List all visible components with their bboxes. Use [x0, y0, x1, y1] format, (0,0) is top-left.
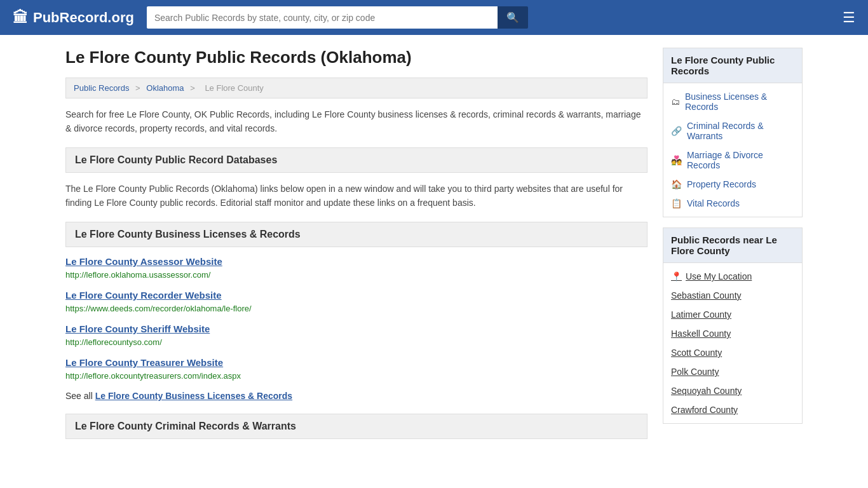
- assessor-url-link[interactable]: http://leflore.oklahoma.usassessor.com/: [65, 270, 210, 280]
- record-link-recorder: Le Flore County Recorder Website: [65, 290, 648, 301]
- assessor-title-link[interactable]: Le Flore County Assessor Website: [65, 256, 222, 267]
- page-title: Le Flore County Public Records (Oklahoma…: [65, 48, 648, 67]
- sidebar-item-latimer[interactable]: Latimer County: [663, 305, 802, 324]
- logo-icon: 🏛: [13, 9, 28, 27]
- sidebar-item-vital-label: Vital Records: [687, 198, 740, 208]
- sheriff-title-link[interactable]: Le Flore County Sheriff Website: [65, 323, 210, 334]
- record-url-sheriff: http://leflorecountyso.com/: [65, 337, 648, 347]
- record-entry-sheriff: Le Flore County Sheriff Website http://l…: [65, 323, 648, 347]
- page-description: Search for free Le Flore County, OK Publ…: [65, 107, 648, 136]
- sidebar-item-business-label: Business Licenses & Records: [685, 92, 794, 112]
- record-entry-recorder: Le Flore County Recorder Website https:/…: [65, 290, 648, 313]
- breadcrumb: Public Records > Oklahoma > Le Flore Cou…: [65, 78, 648, 98]
- record-url-assessor: http://leflore.oklahoma.usassessor.com/: [65, 269, 648, 280]
- record-url-recorder: https://www.deeds.com/recorder/oklahoma/…: [65, 303, 648, 313]
- breadcrumb-oklahoma[interactable]: Oklahoma: [146, 83, 184, 93]
- breadcrumb-public-records[interactable]: Public Records: [74, 83, 129, 93]
- site-header: 🏛 PubRecord.org 🔍 ☰: [0, 0, 868, 35]
- sidebar-item-vital[interactable]: 📋 Vital Records: [663, 194, 802, 213]
- sidebar-item-marriage[interactable]: 💑 Marriage & Divorce Records: [663, 146, 802, 175]
- record-entry-assessor: Le Flore County Assessor Website http://…: [65, 256, 648, 280]
- databases-section-header: Le Flore County Public Record Databases: [65, 147, 648, 173]
- record-link-assessor: Le Flore County Assessor Website: [65, 256, 648, 267]
- briefcase-icon: 🗂: [671, 97, 680, 107]
- sidebar-item-property-label: Property Records: [687, 179, 756, 189]
- main-container: Le Flore County Public Records (Oklahoma…: [53, 35, 815, 461]
- record-url-treasurer: http://leflore.okcountytreasurers.com/in…: [65, 370, 648, 381]
- sidebar-public-records-body: 🗂 Business Licenses & Records 🔗 Criminal…: [663, 83, 802, 217]
- clipboard-icon: 📋: [671, 198, 682, 208]
- link-icon: 🔗: [671, 126, 682, 136]
- sidebar-item-sequoyah[interactable]: Sequoyah County: [663, 381, 802, 400]
- sidebar-nearby-header: Public Records near Le Flore County: [663, 228, 802, 263]
- sidebar-nearby-box: Public Records near Le Flore County 📍 Us…: [663, 227, 803, 424]
- location-pin-icon: 📍: [671, 271, 682, 281]
- record-link-sheriff: Le Flore County Sheriff Website: [65, 323, 648, 334]
- breadcrumb-sep-1: >: [135, 83, 142, 93]
- search-input[interactable]: [147, 6, 498, 29]
- sheriff-url-link[interactable]: http://leflorecountyso.com/: [65, 337, 162, 347]
- sidebar-use-location[interactable]: 📍 Use My Location: [663, 267, 802, 286]
- business-section-header: Le Flore County Business Licenses & Reco…: [65, 222, 648, 247]
- sidebar-item-sebastian[interactable]: Sebastian County: [663, 286, 802, 305]
- sidebar-item-criminal-label: Criminal Records & Warrants: [687, 121, 794, 141]
- sidebar-public-records-box: Le Flore County Public Records 🗂 Busines…: [663, 48, 803, 217]
- treasurer-title-link[interactable]: Le Flore County Treasurer Website: [65, 357, 223, 368]
- breadcrumb-sep-2: >: [190, 83, 197, 93]
- criminal-section-header: Le Flore County Criminal Records & Warra…: [65, 414, 648, 439]
- search-bar: 🔍: [147, 6, 528, 29]
- treasurer-url-link[interactable]: http://leflore.okcountytreasurers.com/in…: [65, 371, 241, 381]
- sidebar-item-marriage-label: Marriage & Divorce Records: [687, 150, 794, 170]
- recorder-url-link[interactable]: https://www.deeds.com/recorder/oklahoma/…: [65, 304, 252, 313]
- content-area: Le Flore County Public Records (Oklahoma…: [65, 48, 648, 448]
- record-link-treasurer: Le Flore County Treasurer Website: [65, 357, 648, 368]
- sidebar-item-criminal[interactable]: 🔗 Criminal Records & Warrants: [663, 116, 802, 146]
- sidebar-item-crawford[interactable]: Crawford County: [663, 400, 802, 419]
- logo-text: PubRecord.org: [33, 10, 134, 26]
- rings-icon: 💑: [671, 155, 682, 165]
- sidebar-nearby-body: 📍 Use My Location Sebastian County Latim…: [663, 263, 802, 423]
- sidebar-item-property[interactable]: 🏠 Property Records: [663, 175, 802, 194]
- see-all: See all Le Flore County Business License…: [65, 391, 648, 401]
- sidebar-public-records-header: Le Flore County Public Records: [663, 48, 802, 83]
- breadcrumb-le-flore: Le Flore County: [205, 83, 264, 93]
- menu-button[interactable]: ☰: [843, 10, 855, 26]
- record-entry-treasurer: Le Flore County Treasurer Website http:/…: [65, 357, 648, 381]
- home-icon: 🏠: [671, 179, 682, 189]
- sidebar-item-haskell[interactable]: Haskell County: [663, 324, 802, 343]
- sidebar: Le Flore County Public Records 🗂 Busines…: [663, 48, 803, 448]
- logo[interactable]: 🏛 PubRecord.org: [13, 9, 134, 27]
- use-location-label: Use My Location: [686, 271, 752, 281]
- see-all-text: See all: [65, 391, 93, 401]
- sidebar-item-scott[interactable]: Scott County: [663, 343, 802, 362]
- search-button[interactable]: 🔍: [498, 6, 528, 29]
- databases-section-body: The Le Flore County Public Records (Okla…: [65, 182, 648, 210]
- recorder-title-link[interactable]: Le Flore County Recorder Website: [65, 290, 222, 301]
- sidebar-item-business[interactable]: 🗂 Business Licenses & Records: [663, 87, 802, 116]
- see-all-link[interactable]: Le Flore County Business Licenses & Reco…: [95, 391, 292, 401]
- sidebar-item-polk[interactable]: Polk County: [663, 362, 802, 381]
